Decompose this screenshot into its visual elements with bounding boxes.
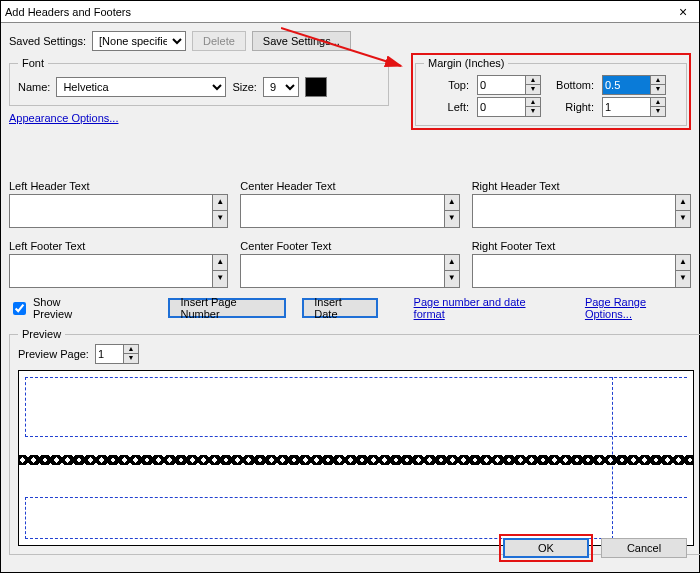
- preview-page-input[interactable]: ▲▼: [95, 344, 139, 364]
- margin-left-input[interactable]: ▲▼: [477, 97, 541, 117]
- font-legend: Font: [18, 57, 48, 69]
- preview-canvas: [18, 370, 694, 546]
- margin-top-input[interactable]: ▲▼: [477, 75, 541, 95]
- right-header-text[interactable]: [472, 194, 676, 228]
- cancel-button[interactable]: Cancel: [601, 538, 687, 558]
- left-footer-label: Left Footer Text: [9, 240, 228, 252]
- center-footer-text[interactable]: [240, 254, 444, 288]
- center-footer-label: Center Footer Text: [240, 240, 459, 252]
- font-section: Font Name: Helvetica Size: 9 Appearance …: [9, 57, 389, 124]
- save-settings-button[interactable]: Save Settings...: [252, 31, 351, 51]
- saved-settings-select[interactable]: [None specified]: [92, 31, 186, 51]
- font-color-swatch[interactable]: [305, 77, 327, 97]
- show-preview-checkbox[interactable]: Show Preview: [9, 296, 98, 320]
- titlebar: Add Headers and Footers ×: [1, 1, 699, 23]
- margin-bottom-input[interactable]: ▲▼: [602, 75, 666, 95]
- font-name-select[interactable]: Helvetica: [56, 77, 226, 97]
- preview-page-label: Preview Page:: [18, 348, 89, 360]
- right-footer-text[interactable]: [472, 254, 676, 288]
- center-header-label: Center Header Text: [240, 180, 459, 192]
- insert-date-button[interactable]: Insert Date: [302, 298, 377, 318]
- dialog-body: Saved Settings: [None specified] Delete …: [1, 23, 699, 563]
- margin-left-label: Left:: [424, 101, 469, 113]
- page-number-date-format-link[interactable]: Page number and date format: [414, 296, 553, 320]
- saved-settings-label: Saved Settings:: [9, 35, 86, 47]
- ok-button[interactable]: OK: [503, 538, 589, 558]
- dialog-buttons: OK Cancel: [499, 534, 687, 562]
- right-header-label: Right Header Text: [472, 180, 691, 192]
- page-break-icon: [19, 455, 693, 465]
- margin-bottom-label: Bottom:: [549, 79, 594, 91]
- margin-section: Margin (Inches) Top: ▲▼ Bottom: ▲▼ Left:…: [411, 53, 691, 130]
- margin-right-label: Right:: [549, 101, 594, 113]
- saved-settings-row: Saved Settings: [None specified] Delete …: [9, 31, 691, 51]
- mid-row: Show Preview Insert Page Number Insert D…: [9, 296, 691, 320]
- dialog-title: Add Headers and Footers: [5, 6, 131, 18]
- center-header-text[interactable]: [240, 194, 444, 228]
- delete-button: Delete: [192, 31, 246, 51]
- font-size-label: Size:: [232, 81, 256, 93]
- dialog: Add Headers and Footers × Saved Settings…: [0, 0, 700, 573]
- left-header-text[interactable]: [9, 194, 213, 228]
- appearance-options-link[interactable]: Appearance Options...: [9, 112, 118, 124]
- font-size-select[interactable]: 9: [263, 77, 299, 97]
- preview-legend: Preview: [18, 328, 65, 340]
- preview-section: Preview Preview Page: ▲▼: [9, 328, 700, 555]
- left-footer-text[interactable]: [9, 254, 213, 288]
- close-icon[interactable]: ×: [671, 4, 695, 20]
- margin-top-label: Top:: [424, 79, 469, 91]
- left-header-label: Left Header Text: [9, 180, 228, 192]
- page-range-options-link[interactable]: Page Range Options...: [585, 296, 691, 320]
- font-name-label: Name:: [18, 81, 50, 93]
- insert-page-number-button[interactable]: Insert Page Number: [168, 298, 286, 318]
- right-footer-label: Right Footer Text: [472, 240, 691, 252]
- margin-legend: Margin (Inches): [424, 57, 508, 69]
- margin-right-input[interactable]: ▲▼: [602, 97, 666, 117]
